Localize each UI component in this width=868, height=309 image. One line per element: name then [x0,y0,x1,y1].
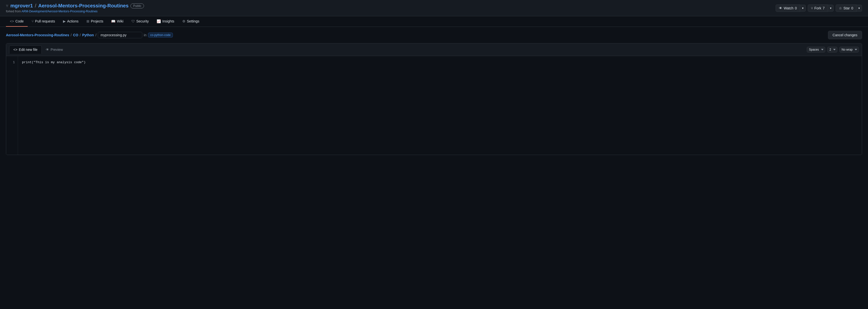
tab-settings[interactable]: ⚙ Settings [178,16,204,27]
wrap-select[interactable]: No wrap [839,47,859,53]
repo-fork-icon: ⑂ [6,4,8,8]
tab-actions[interactable]: ▶ Actions [59,16,83,27]
editor-body: 1 print("This is my analysis code") [6,56,862,155]
preview-tab[interactable]: 👁 Preview [42,46,67,54]
nav-tabs: <> Code ⑂ Pull requests ▶ Actions ⊞ Proj… [0,16,868,27]
fork-btn-group: ⑂ Fork 7 ▾ [808,4,834,12]
star-chevron-icon: ▾ [858,6,860,10]
tab-pull-requests[interactable]: ⑂ Pull requests [28,16,59,27]
fork-dropdown-button[interactable]: ▾ [828,5,834,11]
breadcrumb: Aerosol-Mentors-Processing-Routines / CO… [6,32,173,38]
star-btn-group: ☆ Star 0 ▾ [836,4,862,12]
breadcrumb-sep-1: / [71,33,72,37]
settings-icon: ⚙ [182,19,186,23]
tab-settings-label: Settings [187,19,199,23]
repo-separator: / [35,3,36,9]
indent-type-select[interactable]: Spaces [807,47,825,53]
repo-title-row: ⑂ mgrover1 / Aerosol-Mentors-Processing-… [6,3,144,9]
repo-name-link[interactable]: Aerosol-Mentors-Processing-Routines [38,3,129,9]
watch-dropdown-button[interactable]: ▾ [800,5,806,11]
fork-count: 7 [823,6,825,10]
line-number-1: 1 [9,60,15,65]
code-content[interactable]: print("This is my analysis code") [18,56,862,155]
forked-from-link[interactable]: ARM-Development/Aerosol-Mentors-Processi… [22,10,97,13]
watch-btn-group: 👁 Watch 0 ▾ [776,4,806,12]
tab-actions-label: Actions [67,19,79,23]
branch-badge: co-python-code [148,33,173,37]
breadcrumb-co-link[interactable]: CO [73,33,78,37]
indent-size-select[interactable]: 2 [827,47,837,53]
fork-chevron-icon: ▾ [830,6,832,10]
filename-input[interactable] [98,32,142,38]
tab-security[interactable]: 🛡 Security [127,16,153,27]
top-header: ⑂ mgrover1 / Aerosol-Mentors-Processing-… [0,0,868,16]
fork-label: Fork [814,6,821,10]
actions-icon: ▶ [63,19,66,23]
star-dropdown-button[interactable]: ▾ [857,5,862,11]
tab-projects-label: Projects [91,19,103,23]
wiki-icon: 📖 [111,19,115,23]
tab-code-label: Code [15,19,24,23]
star-count: 0 [851,6,853,10]
breadcrumb-sep-3: / [95,33,96,37]
star-icon: ☆ [839,6,842,10]
tab-insights-label: Insights [162,19,174,23]
header-actions: 👁 Watch 0 ▾ ⑂ Fork 7 ▾ ☆ Star 0 [776,4,862,12]
edit-file-icon: <> [13,48,17,52]
insights-icon: 📈 [157,19,161,23]
breadcrumb-python-link[interactable]: Python [82,33,94,37]
breadcrumb-area: Aerosol-Mentors-Processing-Routines / CO… [0,27,868,43]
repo-owner-link[interactable]: mgrover1 [10,3,33,9]
editor-toolbar: <> Edit new file 👁 Preview Spaces 2 No w… [6,43,862,56]
fork-button[interactable]: ⑂ Fork 7 [808,4,828,12]
tab-wiki[interactable]: 📖 Wiki [107,16,127,27]
preview-label: Preview [51,48,63,52]
cancel-changes-button[interactable]: Cancel changes [828,31,862,39]
breadcrumb-repo-link[interactable]: Aerosol-Mentors-Processing-Routines [6,33,69,37]
projects-icon: ⊞ [87,19,89,23]
in-text: in [144,33,147,37]
fork-icon: ⑂ [811,6,813,10]
editor-container: <> Edit new file 👁 Preview Spaces 2 No w… [6,43,862,155]
watch-button[interactable]: 👁 Watch 0 [776,4,800,12]
tab-projects[interactable]: ⊞ Projects [83,16,107,27]
preview-icon: 👁 [46,48,49,52]
editor-tab-group: <> Edit new file 👁 Preview [9,45,67,54]
line-numbers: 1 [6,56,18,155]
tab-code[interactable]: <> Code [6,16,28,27]
star-button[interactable]: ☆ Star 0 [836,4,857,12]
watch-count: 0 [795,6,797,10]
star-label: Star [843,6,850,10]
forked-from: forked from ARM-Development/Aerosol-Ment… [6,10,144,13]
tab-pull-requests-label: Pull requests [35,19,55,23]
pull-request-icon: ⑂ [32,19,34,23]
edit-file-label: Edit new file [19,48,37,52]
repo-visibility-badge: Public [130,3,144,8]
breadcrumb-sep-2: / [80,33,81,37]
watch-label: Watch [784,6,794,10]
repo-identity: ⑂ mgrover1 / Aerosol-Mentors-Processing-… [6,3,144,13]
code-icon: <> [10,19,14,23]
code-line-1[interactable]: print("This is my analysis code") [18,60,862,65]
editor-options: Spaces 2 No wrap [807,47,859,53]
security-icon: 🛡 [131,19,135,23]
eye-icon: 👁 [779,6,782,10]
edit-file-tab[interactable]: <> Edit new file [9,45,42,54]
tab-security-label: Security [136,19,149,23]
tab-insights[interactable]: 📈 Insights [153,16,178,27]
watch-chevron-icon: ▾ [802,6,804,10]
tab-wiki-label: Wiki [117,19,123,23]
